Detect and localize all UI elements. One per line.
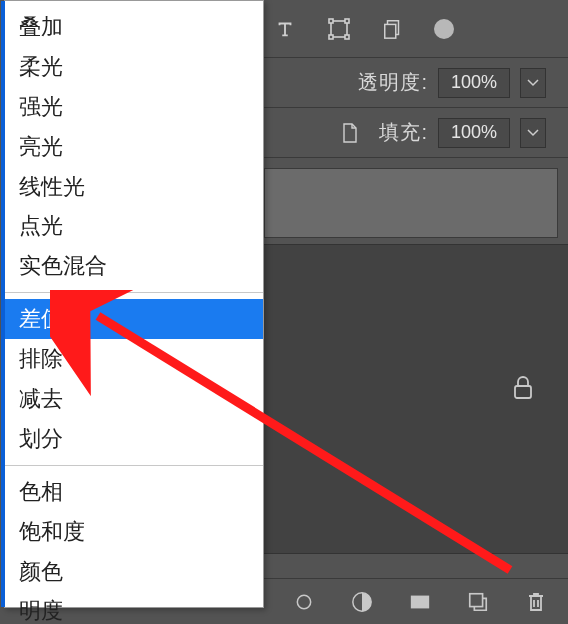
fill-dropdown[interactable]	[520, 118, 546, 148]
svg-rect-3	[329, 35, 333, 39]
fill-row: 填充: 100%	[264, 108, 568, 158]
svg-point-8	[297, 595, 310, 608]
svg-rect-6	[385, 24, 396, 38]
type-tool-icon[interactable]	[272, 16, 298, 42]
svg-rect-7	[515, 386, 531, 398]
svg-rect-11	[470, 593, 483, 606]
blend-mode-option[interactable]: 减去	[5, 379, 263, 419]
fill-value[interactable]: 100%	[438, 118, 510, 148]
blend-mode-option[interactable]: 饱和度	[5, 512, 263, 552]
blend-mode-option[interactable]: 线性光	[5, 167, 263, 207]
dropdown-edge	[1, 1, 5, 607]
fill-label: 填充:	[379, 119, 428, 146]
blend-mode-option[interactable]: 排除	[5, 339, 263, 379]
opacity-dropdown[interactable]	[520, 68, 546, 98]
blend-mode-option[interactable]: 柔光	[5, 47, 263, 87]
artboard-icon[interactable]	[380, 16, 406, 42]
blend-mode-option[interactable]: 色相	[5, 472, 263, 512]
fx-icon[interactable]	[350, 590, 374, 614]
blend-mode-dropdown: 叠加柔光强光亮光线性光点光实色混合差值排除减去划分色相饱和度颜色明度	[4, 0, 264, 608]
svg-rect-4	[345, 35, 349, 39]
blend-mode-option[interactable]: 亮光	[5, 127, 263, 167]
opacity-label: 透明度:	[358, 69, 428, 96]
opacity-value[interactable]: 100%	[438, 68, 510, 98]
blend-mode-option[interactable]: 颜色	[5, 552, 263, 592]
svg-rect-1	[329, 19, 333, 23]
menu-separator	[5, 292, 263, 293]
svg-rect-10	[411, 595, 429, 608]
blend-mode-option[interactable]: 强光	[5, 87, 263, 127]
dot-icon[interactable]	[434, 19, 454, 39]
blend-mode-option[interactable]: 实色混合	[5, 246, 263, 286]
blend-mode-option[interactable]: 点光	[5, 206, 263, 246]
new-layer-icon[interactable]	[466, 590, 490, 614]
layers-panel: 透明度: 100% 填充: 100%	[264, 0, 568, 624]
blend-mode-option[interactable]: 叠加	[5, 7, 263, 47]
lock-icon[interactable]	[512, 375, 534, 401]
blend-mode-option[interactable]: 划分	[5, 419, 263, 459]
transform-icon[interactable]	[326, 16, 352, 42]
link-icon[interactable]	[292, 590, 316, 614]
blend-mode-option[interactable]: 明度	[5, 591, 263, 624]
blend-mode-option[interactable]: 差值	[5, 299, 263, 339]
panel-bottom-bar	[264, 578, 568, 624]
layers-empty-area	[264, 244, 568, 554]
layer-thumb-row[interactable]	[264, 168, 558, 238]
opacity-row: 透明度: 100%	[264, 58, 568, 108]
menu-separator	[5, 465, 263, 466]
tool-row	[264, 0, 568, 58]
mask-icon[interactable]	[408, 590, 432, 614]
trash-icon[interactable]	[524, 590, 548, 614]
page-icon	[341, 122, 361, 144]
svg-rect-2	[345, 19, 349, 23]
